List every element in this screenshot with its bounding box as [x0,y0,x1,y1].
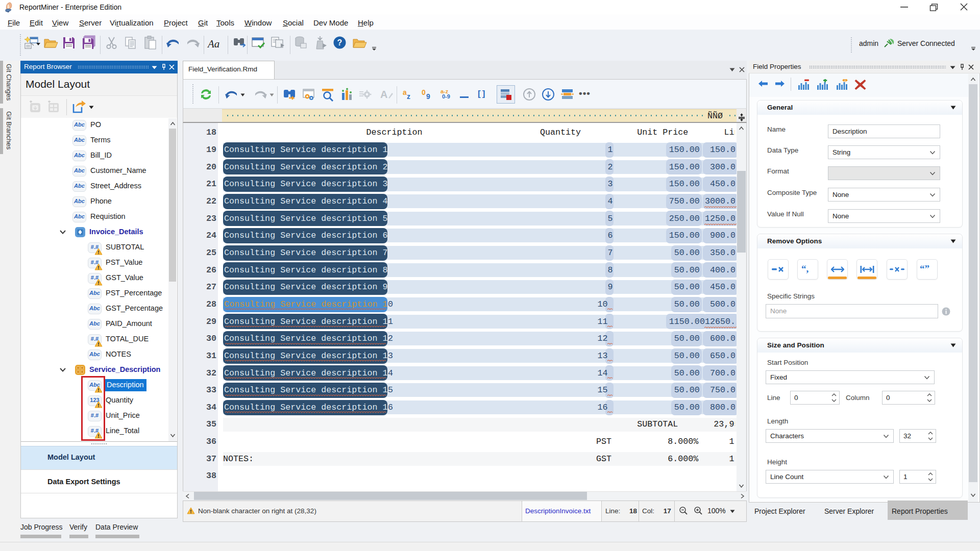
svg-text:?: ? [337,38,342,47]
